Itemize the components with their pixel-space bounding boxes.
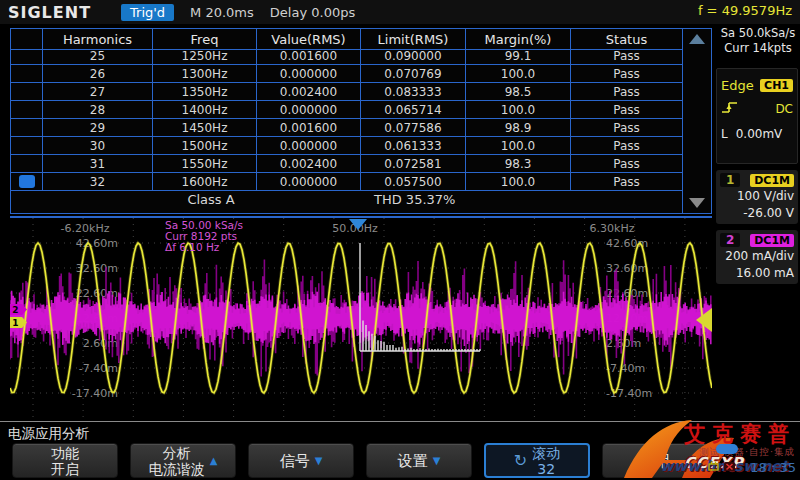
rotate-knob-icon: ↻: [514, 453, 527, 469]
amp-axis-label-left: -7.40m: [79, 362, 118, 375]
waveform-display[interactable]: -6.20kHz50.00Hz6.30kHz42.60m42.60m32.60m…: [10, 216, 712, 422]
channel1-scale: 100 V/div: [720, 188, 794, 205]
menu-button-analysis-type[interactable]: 分析电流谐波▲: [130, 443, 236, 478]
cell-value[interactable]: 0.000000: [257, 65, 361, 83]
amp-axis-label-right: -7.40m: [606, 362, 645, 375]
cell-freq[interactable]: 1350Hz: [153, 83, 257, 101]
selected-row-indicator: [19, 175, 35, 188]
scroll-up-icon[interactable]: [689, 34, 705, 44]
cell-limit[interactable]: 0.072581: [361, 155, 466, 173]
cell-harmonics[interactable]: 29: [43, 119, 153, 137]
channel2-panel[interactable]: 2 DC1M 200 mA/div 16.00 mA: [716, 230, 798, 284]
menu-button-settings[interactable]: 设置▼: [366, 443, 472, 478]
cell-harmonics[interactable]: 25: [43, 47, 153, 65]
cell-freq[interactable]: 1400Hz: [153, 101, 257, 119]
cell-freq[interactable]: 1250Hz: [153, 47, 257, 65]
cell-limit[interactable]: 0.070769: [361, 65, 466, 83]
delay-readout[interactable]: Delay 0.00ps: [270, 5, 355, 20]
row-select-marker[interactable]: [11, 47, 43, 65]
cell-status[interactable]: Pass: [571, 137, 682, 155]
cell-limit[interactable]: 0.077586: [361, 119, 466, 137]
cell-status[interactable]: Pass: [571, 65, 682, 83]
cell-margin[interactable]: 100.0: [466, 65, 571, 83]
cell-margin[interactable]: 98.3: [466, 155, 571, 173]
menu-button-line: 滚动: [532, 445, 560, 461]
menu-button-signal[interactable]: 信号▼: [248, 443, 354, 478]
cell-status[interactable]: Pass: [571, 83, 682, 101]
cell-harmonics[interactable]: 28: [43, 101, 153, 119]
trigger-coupling: DC: [775, 102, 793, 116]
cell-value[interactable]: 0.000000: [257, 101, 361, 119]
cell-value[interactable]: 0.001600: [257, 47, 361, 65]
amp-axis-label-right: 32.60m: [606, 262, 648, 275]
trigger-type: Edge: [721, 78, 754, 93]
cell-freq[interactable]: 1300Hz: [153, 65, 257, 83]
cell-margin[interactable]: 100.0: [466, 173, 571, 191]
top-bar: SIGLENT Trig'd M 20.0ms Delay 0.00ps f =…: [0, 0, 800, 24]
thd-value: THD 35.37%: [374, 192, 455, 207]
acquisition-info: Sa 50.0kSa/s Curr 14kpts: [716, 26, 800, 56]
cell-freq[interactable]: 1450Hz: [153, 119, 257, 137]
waveform-canvas[interactable]: -6.20kHz50.00Hz6.30kHz42.60m42.60m32.60m…: [10, 218, 712, 420]
menu-button-line: 开启: [51, 461, 79, 477]
row-select-marker[interactable]: [11, 173, 43, 191]
cell-freq[interactable]: 1550Hz: [153, 155, 257, 173]
cell-status[interactable]: Pass: [571, 101, 682, 119]
cell-status[interactable]: Pass: [571, 173, 682, 191]
arrow-up-icon: ▲: [210, 455, 218, 466]
cell-harmonics[interactable]: 31: [43, 155, 153, 173]
trigger-level-value: 0.00mV: [736, 127, 783, 141]
menu-button-label: 信号: [280, 453, 310, 469]
cell-freq[interactable]: 1500Hz: [153, 137, 257, 155]
trigger-source-badge: CH1: [760, 79, 793, 92]
menu-button-line: 分析: [163, 445, 191, 461]
cell-margin[interactable]: 100.0: [466, 101, 571, 119]
cell-harmonics[interactable]: 27: [43, 83, 153, 101]
cell-limit[interactable]: 0.057500: [361, 173, 466, 191]
cell-status[interactable]: Pass: [571, 47, 682, 65]
menu-button-line: 设置: [398, 453, 428, 469]
trigger-panel[interactable]: Edge CH1 DC L 0.00mV: [716, 68, 798, 164]
row-select-marker[interactable]: [11, 65, 43, 83]
cell-freq[interactable]: 1600Hz: [153, 173, 257, 191]
cell-value[interactable]: 0.000000: [257, 173, 361, 191]
cell-status[interactable]: Pass: [571, 119, 682, 137]
cell-margin[interactable]: 98.5: [466, 83, 571, 101]
cell-harmonics[interactable]: 30: [43, 137, 153, 155]
scroll-down-icon[interactable]: [689, 198, 705, 208]
cell-value[interactable]: 0.002400: [257, 83, 361, 101]
menu-button-line: 32: [537, 461, 555, 477]
cell-harmonics[interactable]: 32: [43, 173, 153, 191]
cell-harmonics[interactable]: 26: [43, 65, 153, 83]
menu-button-line: 信号: [280, 453, 310, 469]
cell-margin[interactable]: 98.9: [466, 119, 571, 137]
timebase-readout[interactable]: M 20.0ms: [190, 5, 254, 20]
menu-title: 电源应用分析: [8, 425, 89, 443]
row-select-marker[interactable]: [11, 119, 43, 137]
cell-limit[interactable]: 0.061333: [361, 137, 466, 155]
cell-value[interactable]: 0.000000: [257, 137, 361, 155]
cell-value[interactable]: 0.001600: [257, 119, 361, 137]
trigger-level-prefix: L: [721, 127, 728, 141]
cell-value[interactable]: 0.002400: [257, 155, 361, 173]
cell-limit[interactable]: 0.065714: [361, 101, 466, 119]
class-label: Class A: [131, 192, 291, 207]
status-icons: [707, 460, 736, 473]
menu-button-scroll[interactable]: ↻滚动32: [484, 443, 590, 478]
row-select-marker[interactable]: [11, 155, 43, 173]
channel1-panel[interactable]: 1 DC1M 100 V/div -26.00 V: [716, 170, 798, 224]
menu-buttons: 功能开启分析电流谐波▲信号▼设置▼↻滚动32应用: [12, 443, 708, 478]
channel1-position-number: 1: [12, 318, 18, 328]
printer-error-icon: [723, 460, 736, 473]
cell-margin[interactable]: 100.0: [466, 137, 571, 155]
row-select-marker[interactable]: [11, 101, 43, 119]
menu-button-function-enable[interactable]: 功能开启: [12, 443, 118, 478]
row-select-marker[interactable]: [11, 137, 43, 155]
cell-status[interactable]: Pass: [571, 155, 682, 173]
menu-button-apply[interactable]: 应用: [602, 443, 708, 478]
cell-limit[interactable]: 0.090000: [361, 47, 466, 65]
cell-limit[interactable]: 0.083333: [361, 83, 466, 101]
sample-rate: Sa 50.0kSa/s: [716, 26, 800, 41]
row-select-marker[interactable]: [11, 83, 43, 101]
cell-margin[interactable]: 99.1: [466, 47, 571, 65]
